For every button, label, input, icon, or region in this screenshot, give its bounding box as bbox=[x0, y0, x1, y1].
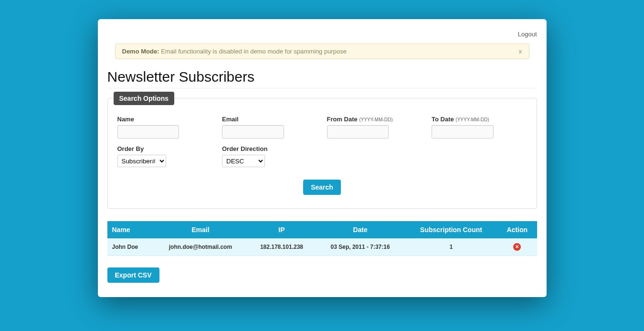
to-date-hint: (YYYY-MM-DD) bbox=[455, 117, 489, 122]
th-date: Date bbox=[316, 221, 405, 238]
th-name: Name bbox=[107, 221, 154, 238]
logout-link[interactable]: Logout bbox=[518, 31, 537, 38]
th-email: Email bbox=[153, 221, 247, 238]
from-date-input[interactable] bbox=[327, 125, 389, 139]
to-date-label-text: To Date bbox=[432, 116, 455, 123]
from-date-label: From Date (YYYY-MM-DD) bbox=[327, 116, 422, 123]
page-title: Newsletter Subscribers bbox=[107, 69, 537, 88]
cell-ip: 182.178.101.238 bbox=[248, 238, 316, 256]
th-sub-count: Subscription Count bbox=[405, 221, 497, 238]
th-ip: IP bbox=[248, 221, 316, 238]
from-date-hint: (YYYY-MM-DD) bbox=[359, 117, 392, 122]
cell-date: 03 Sep, 2011 - 7:37:16 bbox=[316, 238, 405, 256]
table-row: John Doe john.doe@hotmail.com 182.178.10… bbox=[107, 238, 537, 256]
th-action: Action bbox=[497, 221, 537, 238]
to-date-label: To Date (YYYY-MM-DD) bbox=[432, 116, 527, 123]
order-by-select[interactable]: Subscriber# bbox=[117, 155, 166, 167]
order-by-label: Order By bbox=[117, 145, 213, 152]
main-panel: Logout Demo Mode: Email functionality is… bbox=[98, 19, 547, 297]
name-input[interactable] bbox=[117, 125, 179, 139]
name-label: Name bbox=[117, 116, 213, 123]
order-direction-select[interactable]: DESC bbox=[222, 155, 265, 167]
delete-icon[interactable] bbox=[513, 243, 521, 251]
subscribers-table: Name Email IP Date Subscription Count Ac… bbox=[107, 221, 537, 256]
from-date-label-text: From Date bbox=[327, 116, 359, 123]
email-label: Email bbox=[222, 116, 317, 123]
alert-text: Email functionality is disabled in demo … bbox=[161, 48, 347, 55]
alert-close-icon[interactable]: x bbox=[518, 48, 522, 55]
top-links: Logout bbox=[107, 29, 537, 43]
demo-alert: Demo Mode: Email functionality is disabl… bbox=[115, 43, 529, 59]
search-button[interactable]: Search bbox=[303, 180, 341, 195]
cell-name: John Doe bbox=[107, 238, 154, 256]
search-options-legend: Search Options bbox=[114, 92, 174, 105]
cell-email: john.doe@hotmail.com bbox=[153, 238, 247, 256]
alert-strong: Demo Mode: bbox=[122, 48, 159, 55]
search-options-panel: Search Options Name Email From Date (YYY… bbox=[107, 98, 537, 209]
order-direction-label: Order Direction bbox=[222, 145, 317, 152]
email-input[interactable] bbox=[222, 125, 284, 139]
to-date-input[interactable] bbox=[432, 125, 494, 139]
export-csv-button[interactable]: Export CSV bbox=[107, 267, 159, 283]
cell-action bbox=[497, 238, 537, 256]
cell-sub-count: 1 bbox=[405, 238, 497, 256]
